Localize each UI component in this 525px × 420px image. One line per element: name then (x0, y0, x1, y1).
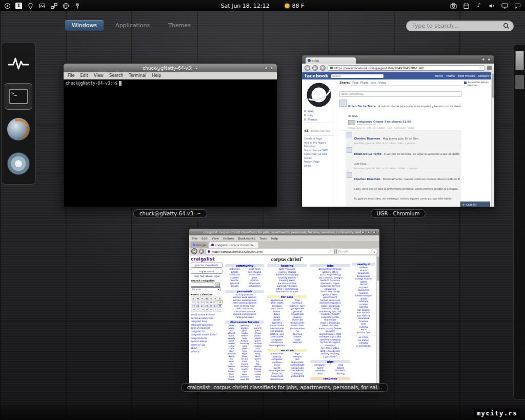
wrench-menu-icon[interactable] (487, 66, 492, 70)
section-header[interactable]: for sale (267, 295, 307, 298)
calendar-day[interactable]: 27 (196, 308, 200, 311)
forward-button[interactable]: ▶ (312, 65, 318, 71)
craigslist-search-button[interactable]: > (215, 283, 220, 287)
distro-logo-icon[interactable] (4, 2, 11, 9)
menu-item[interactable]: Bookmarks (238, 236, 255, 240)
facebook-logo[interactable]: facebook (305, 73, 328, 78)
clock[interactable]: Sat Jun 18, 12:12 (221, 3, 270, 9)
craigslist-link[interactable]: real estate for sale (267, 290, 307, 293)
calendar-day[interactable]: 30 (209, 308, 213, 311)
back-button[interactable]: ◀ (191, 248, 197, 254)
address-bar[interactable]: http://corpuschristi.craigslist.org/ ☆ (206, 249, 335, 254)
window-terminal[interactable]: chuck@gNatty-64-v3: ~ FileEditViewSearch… (63, 63, 277, 207)
window-firefox[interactable]: craigslist: corpus christi classifieds f… (189, 228, 380, 390)
post-meta[interactable]: Saturday, June 18, 2011 at 11:16am · Lik… (354, 142, 419, 145)
composer-input[interactable] (339, 91, 461, 97)
scrollbar[interactable] (376, 255, 379, 390)
browser-tab[interactable]: UGR (306, 57, 356, 64)
post-to-classifieds-link[interactable]: post to classifieds (191, 263, 223, 268)
window-controls[interactable] (361, 231, 376, 234)
craigslist-link[interactable]: cars+trucks (267, 324, 287, 327)
forum-link[interactable]: frugal (225, 378, 238, 381)
overview-search[interactable] (406, 21, 514, 31)
calendar-day[interactable]: 26 (191, 308, 196, 311)
calendar-day[interactable]: 12 (191, 301, 196, 304)
window-controls[interactable] (265, 67, 273, 70)
browser-tab[interactable]: Google (191, 242, 208, 248)
sidebar-link[interactable]: Wall (304, 110, 334, 113)
menu-item[interactable]: Search (109, 73, 123, 78)
section-header[interactable]: housing (267, 264, 307, 267)
avatar[interactable] (347, 132, 352, 137)
craigslist-link[interactable]: writing (331, 372, 350, 375)
craigslist-link[interactable]: skilled trade (288, 364, 307, 367)
craigslist-link[interactable]: [ part-time ] (310, 355, 350, 358)
post-author-link[interactable]: Charles Bowman (354, 137, 380, 140)
scrollbar[interactable] (491, 72, 494, 207)
tab-applications[interactable]: Applications (109, 20, 156, 31)
craigslist-link[interactable]: groups (225, 285, 244, 288)
chat-icon[interactable] (514, 2, 521, 9)
calendar-day[interactable]: 28 (200, 308, 205, 311)
web-icon[interactable] (62, 2, 69, 9)
region-link[interactable]: cl worldwide (352, 345, 375, 348)
calendar-day[interactable]: 17 (213, 301, 218, 304)
reload-button[interactable]: ↻ (320, 65, 326, 71)
help-links[interactable]: help, faq, abuse, legal (191, 275, 223, 277)
calendar-day[interactable]: 2 (217, 308, 222, 311)
facebook-chat-bar[interactable]: Chat (0) (460, 202, 490, 207)
post-meta[interactable]: Saturday, June 18, 2011 at 11:36am · Unl… (354, 167, 460, 170)
calendar-day[interactable]: 23 (209, 304, 213, 308)
my-account-link[interactable]: my account (191, 269, 223, 274)
calendar-day[interactable]: 25 (217, 304, 222, 308)
calendar-day[interactable]: 18 (217, 301, 222, 304)
screenshot-icon[interactable] (38, 2, 46, 9)
facebook-nav-link[interactable]: Home (435, 74, 443, 77)
forum-link[interactable]: over 50 (238, 378, 251, 381)
share-option[interactable]: Photo (360, 81, 369, 84)
calendar-day[interactable]: 19 (191, 304, 196, 308)
search-icon[interactable] (503, 23, 510, 29)
share-option[interactable]: Video (378, 81, 386, 84)
sidebar-link[interactable]: Photos (304, 118, 334, 121)
city-note-link[interactable]: * (301, 256, 302, 259)
calendar-day[interactable]: 15 (205, 301, 209, 304)
section-header[interactable]: gigs (310, 360, 350, 363)
search-input[interactable] (412, 23, 503, 29)
craigslist-link[interactable]: write/ed/tr8 (288, 375, 307, 378)
notes-icon[interactable] (462, 2, 470, 9)
page-action-link[interactable]: Report Page (304, 160, 334, 164)
page-action-link[interactable]: Subscribe via SMS (304, 149, 334, 153)
pin-icon[interactable] (27, 2, 34, 9)
page-action-link[interactable]: Share (304, 164, 334, 168)
forum-link[interactable]: wed (251, 378, 264, 381)
search-icon[interactable] (371, 249, 375, 253)
avatar[interactable] (339, 99, 347, 107)
music-icon[interactable]: ♪ (475, 2, 482, 9)
terminal-titlebar[interactable]: chuck@gNatty-64-v3: ~ (64, 64, 277, 72)
forward-button[interactable]: ▶ (199, 249, 204, 254)
craigslist-logo[interactable]: craigslist (191, 256, 223, 262)
section-header[interactable]: jobs (310, 264, 350, 267)
page-action-link[interactable]: Add to My Page's Favorites (304, 141, 334, 149)
post-meta[interactable]: Friday, June 17, 2011 at 5:44am · Like ·… (348, 127, 461, 129)
tab-themes[interactable]: Themes (161, 20, 197, 31)
tab-windows[interactable]: Windows (65, 20, 104, 31)
facebook-search-input[interactable] (331, 74, 384, 78)
avatar[interactable] (347, 172, 352, 178)
volume-icon[interactable] (488, 2, 495, 9)
menu-item[interactable]: History (223, 236, 234, 240)
display-icon[interactable] (501, 2, 508, 9)
search-bar[interactable]: Google (336, 249, 377, 254)
craigslist-link[interactable]: labor (310, 372, 330, 375)
craigslist-link[interactable]: farm+garden (267, 344, 287, 347)
menu-item[interactable]: Edit (201, 236, 208, 240)
terminal-body[interactable]: chuck@gNatty-64-v3:~$ (64, 79, 277, 207)
bookmark-star-icon[interactable]: ☆ (479, 66, 482, 70)
dock-item-firefox[interactable] (5, 115, 32, 144)
dock-item-terminal[interactable]: >_ (5, 83, 32, 110)
facebook-nav-link[interactable]: Profile (446, 74, 455, 77)
window-chromium[interactable]: UGR ◀ ▶ ↻ https://www.facebook.com/pages… (301, 55, 495, 207)
share-option[interactable]: Link (370, 81, 376, 84)
calendar-day[interactable]: 29 (205, 308, 209, 311)
